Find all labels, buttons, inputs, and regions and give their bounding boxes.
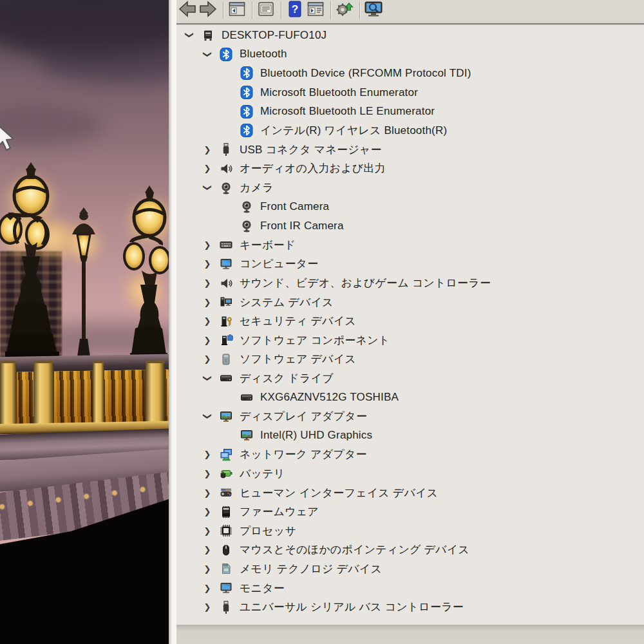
expander-icon[interactable] <box>201 374 214 383</box>
device-manager-screen: ? DESKTOP-FUFO10J Bluetooth Bluetooth De… <box>0 0 644 644</box>
computer-root-icon <box>201 28 215 43</box>
toolbar-separator <box>223 1 223 19</box>
mouse-cursor <box>0 125 16 152</box>
tree-row[interactable]: KXG6AZNV512G TOSHIBA <box>176 388 644 407</box>
display-adapter-icon <box>219 410 233 424</box>
tree-row-label: ネットワーク アダプター <box>240 447 367 462</box>
bluetooth-icon <box>240 86 254 100</box>
tree-row[interactable]: Microsoft Bluetooth Enumerator <box>176 83 644 102</box>
keyboard-icon <box>219 238 233 252</box>
tree-row[interactable]: Bluetooth <box>176 45 644 64</box>
toolbar-divider <box>176 23 644 25</box>
speaker-icon <box>219 162 233 176</box>
speaker-icon <box>219 276 233 290</box>
desktop-wallpaper <box>0 0 169 644</box>
forward-button[interactable] <box>198 1 218 20</box>
tree-row[interactable]: ヒューマン インターフェイス デバイス <box>176 483 644 502</box>
tree-row[interactable]: カメラ <box>176 178 644 198</box>
expander-icon[interactable] <box>201 565 214 573</box>
tree-row[interactable]: ユニバーサル シリアル バス コントローラー <box>176 598 644 617</box>
bridge-pedestal <box>146 363 165 430</box>
tree-row[interactable]: マウスとそのほかのポインティング デバイス <box>176 540 644 560</box>
help-icon: ? <box>289 1 301 20</box>
device-tree: DESKTOP-FUFO10J Bluetooth Bluetooth Devi… <box>176 26 644 625</box>
show-console-tree-button[interactable] <box>227 1 247 20</box>
tree-row-label: カメラ <box>240 180 274 195</box>
expander-icon[interactable] <box>201 507 214 516</box>
bridge-balustrade <box>0 370 169 427</box>
display-adapter-icon <box>240 428 254 442</box>
tree-row-label: Front IR Camera <box>260 220 344 232</box>
expander-icon[interactable] <box>201 355 214 363</box>
tree-row-label: モニター <box>240 581 285 596</box>
expander-icon[interactable] <box>201 584 214 592</box>
tree-row[interactable]: ファームウェア <box>176 502 644 522</box>
expander-icon[interactable] <box>201 164 214 173</box>
tree-row[interactable]: メモリ テクノロジ デバイス <box>176 560 644 579</box>
tree-row-label: キーボード <box>240 238 296 252</box>
bluetooth-icon <box>219 47 233 61</box>
tree-row-label: コンピューター <box>240 256 318 271</box>
tree-row[interactable]: キーボード <box>176 236 644 255</box>
show-action-pane-button[interactable] <box>306 1 325 20</box>
update-driver-button[interactable] <box>335 1 354 20</box>
tree-row[interactable]: サウンド、ビデオ、およびゲーム コントローラー <box>176 274 644 293</box>
tree-row[interactable]: Bluetooth Device (RFCOMM Protocol TDI) <box>176 64 644 83</box>
expander-icon[interactable] <box>201 298 214 307</box>
tree-row[interactable]: Microsoft Bluetooth LE Enumerator <box>176 102 644 121</box>
expander-icon[interactable] <box>201 603 214 611</box>
expander-icon[interactable] <box>201 545 214 554</box>
help-button[interactable]: ? <box>285 1 305 20</box>
expander-icon[interactable] <box>201 184 214 192</box>
tree-row-label: Bluetooth Device (RFCOMM Protocol TDI) <box>260 67 471 80</box>
tree-row[interactable]: セキュリティ デバイス <box>176 312 644 331</box>
expander-icon[interactable] <box>183 31 196 39</box>
expander-icon[interactable] <box>201 489 214 497</box>
expander-icon[interactable] <box>201 412 214 421</box>
tree-row[interactable]: USB コネクタ マネージャー <box>176 140 644 160</box>
tree-row[interactable]: Front IR Camera <box>176 216 644 236</box>
tree-row-label: プロセッサ <box>240 524 296 538</box>
bridge-pedestal <box>93 363 104 430</box>
tree-row[interactable]: Intel(R) UHD Graphics <box>176 426 644 445</box>
back-button[interactable] <box>178 1 197 20</box>
expander-icon[interactable] <box>201 527 214 535</box>
monitor-icon <box>219 257 233 271</box>
scan-hardware-changes-button[interactable] <box>364 1 383 20</box>
bluetooth-icon <box>240 66 254 80</box>
expander-icon[interactable] <box>201 50 214 59</box>
tree-row[interactable]: c ソフトウェア デバイス <box>176 350 644 369</box>
tree-row[interactable]: モニター <box>176 578 644 598</box>
tree-row[interactable]: オーディオの入力および出力 <box>176 159 644 178</box>
tree-row[interactable]: プロセッサ <box>176 521 644 540</box>
network-adapter-icon <box>219 448 233 462</box>
bluetooth-icon <box>240 124 254 138</box>
expander-icon[interactable] <box>201 146 214 154</box>
hid-icon <box>219 486 233 500</box>
battery-icon <box>219 466 233 480</box>
expander-icon[interactable] <box>201 469 214 478</box>
window-forward-icon <box>307 1 324 19</box>
expander-icon[interactable] <box>201 450 214 459</box>
tree-row[interactable]: ディスク ドライブ <box>176 369 644 388</box>
tree-row[interactable]: DESKTOP-FUFO10J <box>176 26 644 45</box>
tree-row[interactable]: ディスプレイ アダプター <box>176 407 644 426</box>
tree-row[interactable]: ネットワーク アダプター <box>176 445 644 464</box>
tree-row-label: USB コネクタ マネージャー <box>240 142 382 157</box>
tree-row-label: Front Camera <box>260 200 329 213</box>
expander-icon[interactable] <box>201 279 214 287</box>
properties-button[interactable] <box>256 1 276 20</box>
properties-icon <box>258 1 274 19</box>
tree-row[interactable]: Front Camera <box>176 197 644 216</box>
tree-row[interactable]: コンピューター <box>176 254 644 274</box>
expander-icon[interactable] <box>201 317 214 325</box>
expander-icon[interactable] <box>201 336 214 345</box>
tree-row[interactable]: インテル(R) ワイヤレス Bluetooth(R) <box>176 121 644 140</box>
tree-row[interactable]: システム デバイス <box>176 292 644 312</box>
expander-icon[interactable] <box>201 260 214 268</box>
tree-row[interactable]: バッテリ <box>176 464 644 484</box>
monitor-icon <box>219 581 233 595</box>
arrow-left-icon <box>178 1 196 20</box>
expander-icon[interactable] <box>201 241 214 249</box>
tree-row[interactable]: ソフトウェア コンポーネント <box>176 331 644 350</box>
